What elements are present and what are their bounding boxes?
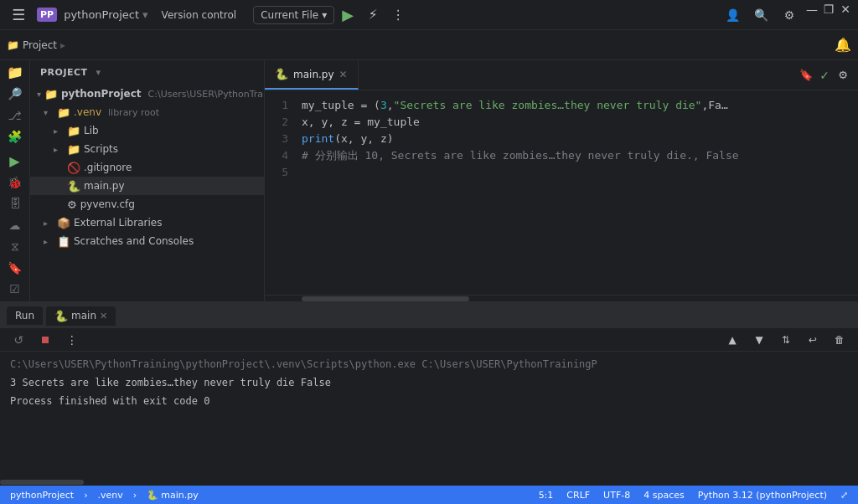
code-line-2: 2 x, y, z = my_tuple	[265, 114, 858, 131]
git-log-icon[interactable]: ⧖	[3, 238, 28, 255]
tree-item-scripts[interactable]: ▸ 📁 Scripts	[30, 140, 264, 158]
panel-scrollbar[interactable]	[0, 479, 858, 486]
version-control-menu[interactable]: Version control	[155, 6, 244, 24]
status-python-version[interactable]: Python 3.12 (pythonProject)	[695, 486, 830, 504]
status-line-endings[interactable]: CRLF	[563, 486, 593, 504]
status-expand-icon[interactable]: ⤢	[837, 486, 851, 504]
editor-tab-bar: 🐍 main.py ✕ 🔖 ✓ ⚙	[265, 60, 858, 90]
rerun-button[interactable]: ↺	[7, 328, 30, 352]
bottom-panel: Run 🐍 main ✕ ↺ ⋮ ▲ ▼ ⇅ ↩ 🗑 C:\Users\USER…	[0, 301, 858, 486]
more-options-button[interactable]: ⋮	[386, 3, 410, 27]
code-line-3: 3 print(x, y, z)	[265, 131, 858, 147]
window-controls: 👤 🔍 ⚙ — ❐ ✕	[721, 3, 851, 27]
tab-main-py[interactable]: 🐍 main.py ✕	[265, 60, 359, 90]
sidebar: Project ▾ ▾ 📁 pythonProject C:\Users\USE…	[30, 60, 265, 301]
main-area: 📁 🔎 ⎇ 🧩 ▶ 🐞 🗄 ☁ ⧖ 🔖 ☑ Project ▾ ▾ 📁 pyth…	[0, 60, 858, 301]
tree-item-pyvenv-cfg[interactable]: ⚙ pyvenv.cfg	[30, 195, 264, 213]
editor-area: 🐍 main.py ✕ 🔖 ✓ ⚙ 1 my_tuple = (3,"Secre…	[265, 60, 858, 301]
editor-scrollbar-horizontal[interactable]	[265, 295, 858, 301]
scroll-up-icon[interactable]: ▲	[721, 328, 744, 352]
close-button[interactable]: ✕	[840, 3, 851, 15]
scroll-down-icon[interactable]: ▼	[747, 328, 771, 352]
panel-tab-close[interactable]: ✕	[100, 311, 107, 321]
panel-tab-bar: Run 🐍 main ✕	[0, 303, 858, 328]
settings-icon[interactable]: ⚙	[778, 3, 801, 27]
panel-tab-run[interactable]: Run	[7, 306, 43, 325]
tree-item-venv[interactable]: ▾ 📁 .venv library root	[30, 103, 264, 121]
status-project[interactable]: pythonProject	[7, 486, 77, 504]
current-file-selector[interactable]: Current File ▾	[253, 6, 334, 24]
more-panel-options[interactable]: ⋮	[60, 328, 84, 352]
todo-icon[interactable]: ☑	[3, 280, 28, 298]
code-editor[interactable]: 1 my_tuple = (3,"Secrets are like zombie…	[265, 90, 858, 295]
bookmark-icon[interactable]: 🔖	[3, 259, 28, 276]
sidebar-header: Project ▾	[30, 60, 264, 85]
code-line-4: 4 # 分别输出 10, Secrets are like zombies…th…	[265, 147, 858, 164]
debug-button[interactable]: ⚡	[361, 3, 385, 27]
editor-tab-actions: 🔖 ✓ ⚙	[791, 64, 858, 87]
status-charset[interactable]: UTF-8	[600, 486, 633, 504]
toolbar-actions: Current File ▾ ▶ ⚡ ⋮	[250, 0, 413, 30]
panel-toolbar: ↺ ⋮ ▲ ▼ ⇅ ↩ 🗑	[0, 328, 858, 352]
clear-icon[interactable]: 🗑	[828, 328, 851, 352]
search-icon[interactable]: 🔍	[749, 3, 773, 27]
run-button[interactable]: ▶	[336, 3, 359, 27]
checkmark-icon: ✓	[819, 69, 830, 82]
tree-item-lib[interactable]: ▸ 📁 Lib	[30, 121, 264, 140]
run-command-line: C:\Users\USER\PythonTraining\pythonProje…	[10, 358, 848, 370]
database-icon[interactable]: 🗄	[3, 195, 28, 213]
sort-icon[interactable]: ⇅	[774, 328, 798, 352]
status-file[interactable]: 🐍 main.py	[143, 486, 201, 504]
profile-icon[interactable]: 👤	[721, 3, 744, 27]
output-line-1: 3 Secrets are like zombies…they never tr…	[10, 377, 848, 388]
bookmark-tab-icon[interactable]: 🔖	[794, 64, 818, 87]
wrap-icon[interactable]: ↩	[801, 328, 824, 352]
tree-item-gitignore[interactable]: 🚫 .gitignore	[30, 158, 264, 177]
debug-panel-icon[interactable]: 🐞	[3, 173, 28, 191]
run-panel-icon[interactable]: ▶	[3, 152, 28, 170]
status-bar: pythonProject › .venv › 🐍 main.py 5:1 CR…	[0, 486, 858, 504]
secondary-toolbar: 📁 Project ▸ 🔔	[0, 30, 858, 60]
project-tree: ▾ 📁 pythonProject C:\Users\USER\PythonTr…	[30, 85, 264, 301]
panel-output[interactable]: C:\Users\USER\PythonTraining\pythonProje…	[0, 352, 858, 479]
breadcrumb: 📁 Project ▸	[7, 39, 65, 51]
hamburger-icon[interactable]: ☰	[7, 3, 30, 27]
tab-close-button[interactable]: ✕	[339, 69, 348, 80]
status-venv[interactable]: .venv	[95, 486, 127, 504]
restore-button[interactable]: ❐	[823, 3, 835, 15]
services-icon[interactable]: ☁	[3, 216, 28, 234]
app-logo: PP	[37, 8, 57, 22]
plugins-icon[interactable]: 🧩	[3, 127, 28, 145]
find-icon[interactable]: 🔎	[3, 85, 28, 102]
tree-item-root[interactable]: ▾ 📁 pythonProject C:\Users\USER\PythonTr…	[30, 85, 264, 103]
project-name: pythonProject ▾	[64, 8, 147, 21]
status-position[interactable]: 5:1	[535, 486, 557, 504]
exit-line: Process finished with exit code 0	[10, 395, 848, 407]
files-icon[interactable]: 📁	[3, 64, 28, 81]
title-bar: ☰ PP pythonProject ▾ Version control Cur…	[0, 0, 858, 30]
gear-editor-icon[interactable]: ⚙	[831, 64, 855, 87]
git-icon[interactable]: ⎇	[3, 106, 28, 124]
activity-bar: 📁 🔎 ⎇ 🧩 ▶ 🐞 🗄 ☁ ⧖ 🔖 ☑	[0, 60, 30, 301]
tree-item-scratches[interactable]: ▸ 📋 Scratches and Consoles	[30, 232, 264, 250]
tree-item-external-libs[interactable]: ▸ 📦 External Libraries	[30, 213, 264, 232]
code-line-1: 1 my_tuple = (3,"Secrets are like zombie…	[265, 97, 858, 114]
stop-button[interactable]	[34, 328, 57, 352]
status-indent[interactable]: 4 spaces	[640, 486, 688, 504]
tree-item-main-py[interactable]: 🐍 main.py	[30, 177, 264, 195]
panel-tab-main[interactable]: 🐍 main ✕	[46, 306, 116, 326]
code-line-5: 5	[265, 164, 858, 181]
minimize-button[interactable]: —	[806, 3, 818, 15]
svg-rect-0	[42, 337, 49, 343]
notifications-icon[interactable]: 🔔	[835, 37, 851, 53]
panel-scrollbar-thumb[interactable]	[0, 480, 84, 485]
